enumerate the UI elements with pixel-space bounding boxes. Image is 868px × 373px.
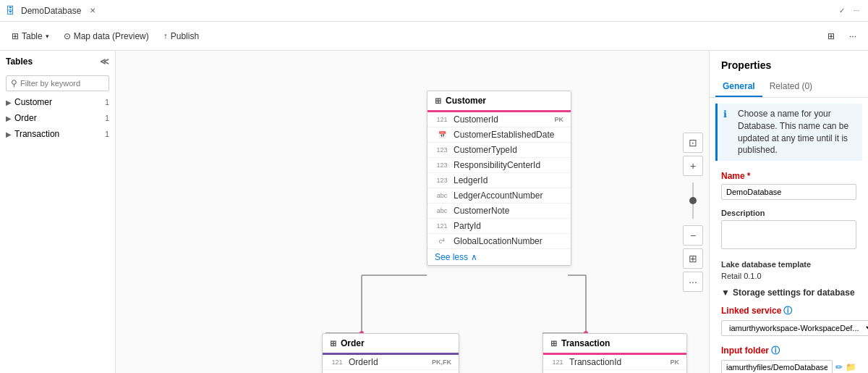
field-name: OrderId bbox=[349, 357, 427, 367]
map-icon: ⊙ bbox=[64, 31, 71, 41]
field-type-icon: abc bbox=[435, 207, 449, 214]
edit-icon[interactable]: ✏ bbox=[835, 362, 843, 372]
order-header: ⊞ Order bbox=[323, 334, 459, 355]
table-icon: ⊞ bbox=[330, 339, 336, 348]
title-bar: 🗄 DemoDatabase ✕ ✓ ··· bbox=[0, 0, 868, 22]
field-type-icon: 121 bbox=[330, 359, 344, 366]
canvas[interactable]: ⊞ Customer 121 CustomerId PK 📅 CustomerE… bbox=[116, 51, 709, 373]
toolbar: ⊞ Table ▾ ⊙ Map data (Preview) ↑ Publish… bbox=[0, 22, 868, 51]
zoom-out-button[interactable]: − bbox=[683, 225, 703, 246]
toolbar-more-icon: ··· bbox=[849, 31, 856, 41]
customer-item-label: Customer bbox=[14, 97, 102, 107]
filter-box[interactable]: ⚲ bbox=[6, 75, 109, 91]
linked-service-select[interactable]: iamurthyworkspace-WorkspaceDef... bbox=[721, 320, 868, 336]
transaction-header: ⊞ Transaction bbox=[543, 334, 686, 355]
required-star: * bbox=[747, 171, 751, 181]
field-type-icon: 📅 bbox=[435, 131, 449, 138]
field-ledgeracct[interactable]: abc LedgerAccountNumber bbox=[427, 188, 571, 204]
storage-section[interactable]: ▼ Storage settings for database bbox=[710, 285, 868, 301]
more-options-icon[interactable]: ··· bbox=[851, 5, 862, 17]
customer-title: Customer bbox=[446, 96, 486, 106]
input-folder-input[interactable] bbox=[721, 360, 833, 373]
field-transid[interactable]: 121 TransactionId PK bbox=[543, 355, 686, 370]
table-button[interactable]: ⊞ Table ▾ bbox=[6, 28, 55, 44]
sidebar-item-transaction[interactable]: ▶ Transaction 1 bbox=[0, 126, 115, 142]
collapse-button[interactable]: ≪ bbox=[100, 56, 109, 67]
input-folder-info-icon: ⓘ bbox=[771, 345, 780, 356]
field-type-icon: 123 bbox=[435, 177, 449, 184]
layout-icon: ⊞ bbox=[827, 31, 835, 41]
field-orderid[interactable]: 121 OrderId PK,FK bbox=[323, 355, 459, 370]
publish-button[interactable]: ↑ Publish bbox=[158, 28, 205, 44]
sidebar-item-customer[interactable]: ▶ Customer 1 bbox=[0, 94, 115, 110]
transaction-title: Transaction bbox=[561, 338, 610, 348]
field-globalloc[interactable]: c⁴ GlobalLocationNumber bbox=[427, 234, 571, 249]
transaction-count: 1 bbox=[105, 130, 109, 138]
field-name: ResponsibilityCenterId bbox=[454, 160, 563, 170]
description-label: Description bbox=[721, 209, 856, 217]
field-estdate[interactable]: 📅 CustomerEstablishedDate bbox=[427, 127, 571, 143]
field-respcenter[interactable]: 123 ResponsibilityCenterId bbox=[427, 158, 571, 173]
tables-title: Tables bbox=[6, 56, 33, 67]
toolbar-more-button[interactable]: ··· bbox=[843, 28, 862, 44]
description-field: Description bbox=[710, 204, 868, 256]
field-partyid[interactable]: 121 PartyId bbox=[427, 219, 571, 234]
see-less-button[interactable]: See less ∧ bbox=[427, 249, 571, 265]
fit-view-button[interactable]: ⊡ bbox=[683, 133, 703, 153]
zoom-handle[interactable] bbox=[689, 197, 697, 204]
zoom-slider[interactable] bbox=[692, 179, 694, 222]
pk-badge: PK bbox=[670, 359, 679, 366]
field-ordconfirm[interactable]: abc OrderConfirmationNumber bbox=[323, 370, 459, 373]
transaction-card[interactable]: ⊞ Transaction 121 TransactionId PK ⊙ Tra… bbox=[542, 333, 687, 373]
field-name: LedgerId bbox=[454, 175, 563, 185]
field-type-icon: 123 bbox=[435, 146, 449, 154]
info-box: ℹ Choose a name for your Database. This … bbox=[715, 104, 862, 161]
field-custnote[interactable]: abc CustomerNote bbox=[427, 204, 571, 219]
app-icon: 🗄 bbox=[6, 5, 15, 16]
field-transinitiated[interactable]: ⊙ TransactionInitiatedTimesta... bbox=[543, 370, 686, 373]
field-type-icon: 121 bbox=[550, 359, 565, 366]
tab-related[interactable]: Related (0) bbox=[762, 77, 820, 97]
sidebar-item-order[interactable]: ▶ Order 1 bbox=[0, 110, 115, 126]
field-name: CustomerId bbox=[454, 114, 550, 125]
zoom-in-button[interactable]: + bbox=[683, 156, 703, 176]
tab-general[interactable]: General bbox=[715, 77, 762, 97]
field-name: TransactionId bbox=[569, 357, 665, 367]
map-data-button[interactable]: ⊙ Map data (Preview) bbox=[58, 28, 155, 44]
sidebar: Tables ≪ ⚲ ▶ Customer 1 ▶ Order 1 ▶ Tran… bbox=[0, 51, 116, 373]
layout-button[interactable]: ⊞ bbox=[822, 28, 841, 44]
expand-arrow-icon: ▶ bbox=[6, 99, 12, 106]
check-icon[interactable]: ✓ bbox=[836, 5, 848, 17]
lake-template-value: Retail 0.1.0 bbox=[721, 272, 856, 280]
dropdown-arrow-icon: ▾ bbox=[46, 33, 49, 40]
field-ledgerid[interactable]: 123 LedgerId bbox=[427, 173, 571, 188]
title-bar-text: DemoDatabase bbox=[21, 6, 81, 16]
name-input[interactable] bbox=[721, 184, 856, 200]
section-label: Storage settings for database bbox=[733, 288, 855, 298]
customer-card[interactable]: ⊞ Customer 121 CustomerId PK 📅 CustomerE… bbox=[427, 91, 571, 266]
linked-service-label: Linked service ⓘ bbox=[721, 305, 856, 317]
order-item-label: Order bbox=[14, 113, 102, 123]
lake-template-field: Lake database template Retail 0.1.0 bbox=[710, 256, 868, 285]
expand-arrow-icon: ▶ bbox=[6, 130, 12, 138]
canvas-controls: ⊡ + − ⊞ ··· bbox=[683, 133, 703, 292]
field-name: CustomerEstablishedDate bbox=[454, 130, 563, 140]
tab-close-button[interactable]: ✕ bbox=[87, 5, 98, 17]
filter-input[interactable] bbox=[20, 79, 104, 88]
canvas-more-button[interactable]: ··· bbox=[683, 272, 703, 292]
order-title: Order bbox=[341, 338, 365, 348]
order-card[interactable]: ⊞ Order 121 OrderId PK,FK abc OrderConfi… bbox=[322, 333, 459, 373]
field-type-icon: 121 bbox=[435, 222, 449, 230]
transaction-item-label: Transaction bbox=[14, 129, 102, 139]
publish-icon: ↑ bbox=[163, 31, 168, 41]
field-type-icon: 123 bbox=[435, 162, 449, 169]
field-name: CustomerTypeId bbox=[454, 145, 563, 155]
grid-view-button[interactable]: ⊞ bbox=[683, 248, 703, 269]
folder-icon[interactable]: 📁 bbox=[846, 362, 856, 372]
field-name: CustomerNote bbox=[454, 206, 563, 216]
main-layout: Tables ≪ ⚲ ▶ Customer 1 ▶ Order 1 ▶ Tran… bbox=[0, 51, 868, 373]
field-typeid[interactable]: 123 CustomerTypeId bbox=[427, 143, 571, 158]
field-customerid[interactable]: 121 CustomerId PK bbox=[427, 112, 571, 127]
description-textarea[interactable] bbox=[721, 220, 856, 249]
name-label: Name * bbox=[721, 171, 856, 181]
